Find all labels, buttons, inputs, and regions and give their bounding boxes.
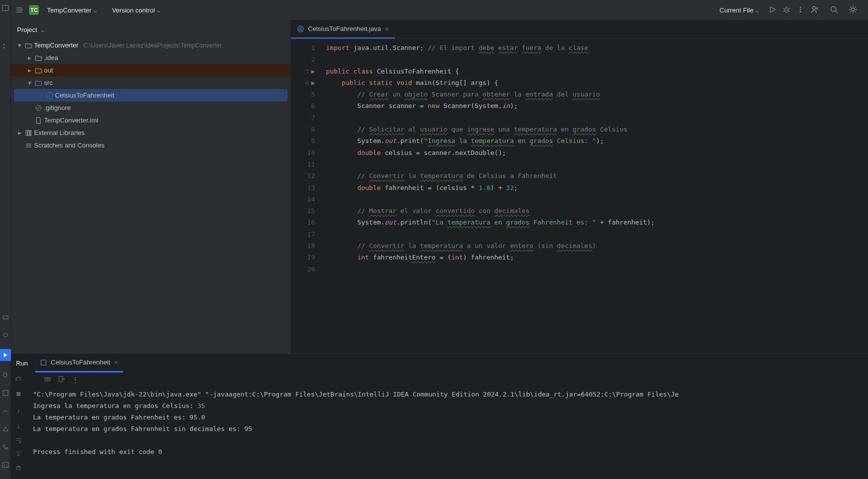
more-actions-icon[interactable] (796, 5, 805, 16)
close-icon[interactable]: × (114, 358, 118, 366)
console-user-input: 35 (198, 402, 206, 410)
terminal-tool-icon[interactable] (2, 461, 10, 469)
exit-icon[interactable] (58, 376, 65, 384)
soft-wrap-icon[interactable] (14, 436, 22, 444)
run-tool-icon[interactable] (0, 349, 11, 361)
expand-arrow-icon[interactable]: ▾ (26, 80, 33, 86)
close-tab-icon[interactable]: × (385, 25, 389, 33)
screenshot-icon[interactable] (44, 376, 51, 384)
tool-icon-5[interactable] (2, 389, 10, 397)
left-tool-rail (0, 0, 11, 479)
editor-tab[interactable]: C CelsiusToFahrenheit.java × (291, 20, 395, 38)
vcs-tool-icon[interactable] (2, 443, 10, 451)
tree-item-external-libs[interactable]: ▸ External Libraries (11, 126, 290, 139)
tool-icon-6[interactable] (2, 407, 10, 415)
structure-tool-icon[interactable] (2, 42, 10, 50)
class-icon: C (297, 26, 304, 32)
svg-point-4 (4, 333, 8, 337)
svg-rect-21 (30, 130, 31, 136)
svg-rect-5 (3, 390, 8, 396)
folder-icon (35, 80, 42, 86)
scratches-icon (25, 142, 32, 149)
svg-point-14 (831, 6, 836, 12)
up-arrow-icon[interactable]: ↑ (14, 408, 22, 415)
tree-label: External Libraries (34, 129, 84, 136)
search-icon[interactable] (829, 4, 839, 16)
tree-item-gitignore[interactable]: .gitignore (11, 102, 290, 114)
svg-rect-8 (2, 462, 8, 468)
expand-arrow-icon[interactable]: ▾ (16, 42, 23, 49)
project-name-label: TempConverter (47, 6, 92, 14)
print-icon[interactable] (14, 464, 22, 472)
project-badge: TC (29, 5, 39, 15)
chevron-down-icon: ⌄ (92, 6, 98, 14)
expand-arrow-icon[interactable]: ▸ (26, 67, 33, 74)
titlebar: TC TempConverter ⌄ Version control ⌄ Cur… (11, 0, 868, 20)
tree-item-out[interactable]: ▸ out (11, 64, 290, 76)
console-cmd-line: "C:\Program Files\Java\jdk-22\bin\java.e… (33, 390, 678, 398)
run-gutter-icon[interactable]: ▶ (311, 66, 315, 77)
tree-label: Scratches and Consoles (34, 142, 104, 149)
tool-icon-1[interactable] (2, 313, 10, 321)
folder-icon (25, 42, 32, 49)
run-left-toolbar: ↑ ↓ (11, 372, 26, 479)
stop-icon[interactable] (14, 390, 22, 398)
debug-button[interactable] (782, 5, 791, 16)
tree-label: .idea (44, 54, 58, 62)
svg-rect-20 (28, 130, 30, 136)
tree-root-path: C:\Users\Javier Lainez\IdeaProjects\Temp… (84, 42, 222, 49)
tree-item-class[interactable]: C CelsiusToFahrenheit (14, 89, 288, 102)
project-tool-icon[interactable] (2, 4, 10, 12)
svg-text:C: C (48, 94, 51, 98)
vcs-dropdown[interactable]: Version control ⌄ (109, 4, 164, 16)
svg-text:C: C (299, 27, 302, 32)
svg-rect-19 (26, 130, 28, 136)
svg-point-1 (3, 44, 4, 46)
tree-label: TempConverter.iml (44, 116, 98, 124)
chevron-down-icon: ⌄ (156, 6, 162, 14)
build-tool-icon[interactable] (2, 425, 10, 433)
console-out-2: La temperatura en grados Fahrenheit sin … (33, 425, 252, 432)
tree-label: .gitignore (44, 104, 70, 112)
expand-arrow-icon[interactable]: ▸ (16, 130, 23, 136)
tree-root[interactable]: ▾ TempConverter C:\Users\Javier Lainez\I… (11, 39, 290, 52)
code-editor[interactable]: import java.util.Scanner; // El import d… (321, 39, 868, 353)
tree-label: src (44, 79, 52, 86)
tool-icon-2[interactable] (2, 331, 10, 339)
run-button[interactable] (768, 5, 777, 16)
tree-item-iml[interactable]: TempConverter.iml (11, 114, 290, 126)
chevron-down-icon: ⌄ (754, 6, 760, 14)
rerun-icon[interactable] (14, 376, 22, 384)
console-out-1: La temperatura en grados Fahrenheit es: … (33, 414, 205, 421)
run-config-dropdown[interactable]: Current File ⌄ (716, 4, 763, 16)
tree-label: out (44, 66, 53, 74)
expand-arrow-icon[interactable]: ▸ (26, 54, 33, 62)
run-console-output[interactable]: "C:\Program Files\Java\jdk-22\bin\java.e… (26, 386, 868, 479)
run-config-label: Current File (720, 6, 754, 14)
project-panel-header[interactable]: Project ⌄ (11, 20, 290, 39)
settings-icon[interactable] (848, 4, 858, 16)
svg-point-15 (852, 8, 854, 11)
svg-rect-0 (2, 6, 8, 10)
run-gutter-icon[interactable]: ▶ (311, 77, 315, 88)
tree-item-idea[interactable]: ▸ .idea (11, 52, 290, 64)
down-arrow-icon[interactable]: ↓ (14, 422, 22, 430)
main-menu-icon[interactable] (15, 6, 24, 14)
tree-item-src[interactable]: ▾ src (11, 76, 290, 89)
svg-rect-26 (16, 467, 20, 470)
editor-tabs: C CelsiusToFahrenheit.java × (291, 20, 868, 39)
scroll-to-end-icon[interactable] (14, 450, 22, 458)
svg-point-2 (3, 47, 4, 48)
tree-label: CelsiusToFahrenheit (55, 92, 114, 99)
project-dropdown[interactable]: TempConverter ⌄ (44, 4, 101, 16)
svg-rect-27 (18, 466, 20, 467)
folder-icon (35, 67, 42, 74)
run-config-tab[interactable]: CelsiusToFahrenheit × (35, 354, 123, 372)
tree-item-scratches[interactable]: Scratches and Consoles (11, 139, 290, 152)
line-number-gutter: 1 2 3▶ 4▶ 5 6 7 8 9 10 11 12 13 14 15 16 (291, 39, 321, 353)
tool-icon-4[interactable] (2, 371, 10, 379)
code-with-me-icon[interactable] (810, 4, 820, 16)
more-icon[interactable]: ⋮ (72, 376, 78, 384)
chevron-down-icon: ⌄ (40, 26, 46, 34)
tree-root-name: TempConverter (34, 42, 78, 49)
